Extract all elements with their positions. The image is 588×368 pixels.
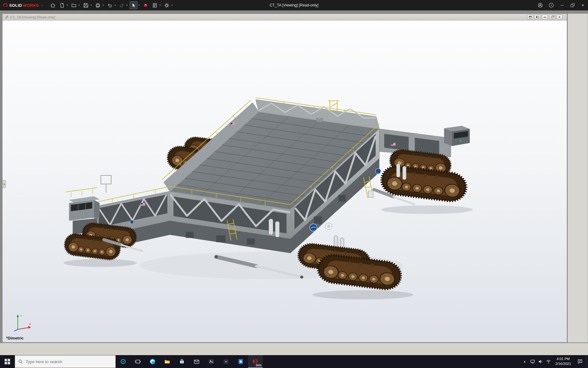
file-explorer-button[interactable] [160, 355, 175, 368]
task-pane-strip[interactable] [567, 13, 588, 343]
select-tool-dropdown[interactable]: ▾ [138, 4, 140, 6]
mail-icon [193, 358, 200, 365]
doc-window-button-2[interactable] [534, 15, 541, 19]
doc-window-button-1[interactable] [527, 15, 533, 19]
redo-icon [119, 3, 124, 8]
menu-expand-icon[interactable]: › [42, 3, 43, 7]
help-icon: ? [548, 2, 554, 8]
file-explorer-icon [164, 358, 171, 365]
properties-sheet-icon [152, 3, 157, 8]
feature-pane-collapse-tab[interactable]: ◂ [2, 180, 6, 188]
select-cursor-icon [131, 3, 136, 8]
display-tray-button[interactable] [529, 355, 537, 368]
task-view-button[interactable] [130, 355, 145, 368]
graphics-viewport[interactable]: Y X *Dimetric ◂ [2, 21, 567, 342]
ds-logo-icon [3, 3, 8, 8]
minimize-button[interactable] [557, 0, 567, 10]
document-window: CT_TA [Viewing] [Read-only] × [2, 13, 567, 343]
window-pane-icon [529, 16, 532, 18]
rear-right-truck [374, 149, 468, 204]
photos-icon [208, 358, 215, 365]
volume-tray-button[interactable] [537, 355, 545, 368]
xpress-products-button[interactable] [141, 1, 149, 9]
account-icon [537, 2, 543, 8]
quick-access-toolbar: ▾ ▾ ▾ ▾ [49, 1, 175, 9]
taskbar-search-input[interactable] [26, 359, 112, 364]
doc-close-button[interactable]: × [556, 15, 563, 19]
document-titlebar[interactable]: CT_TA [Viewing] [Read-only] × [2, 14, 567, 21]
document-window-controls: × [527, 15, 565, 19]
assembly-document-icon [4, 15, 9, 19]
edge-icon [149, 358, 156, 365]
redo-button[interactable] [118, 1, 126, 9]
undo-button[interactable] [106, 1, 114, 9]
solidworks-taskbar-button[interactable]: 2021 [248, 355, 263, 368]
doc-minimize-button[interactable] [542, 15, 548, 19]
doc-restore-icon [551, 16, 553, 18]
taskbar-search[interactable] [15, 355, 116, 368]
options-dropdown[interactable]: ▾ [171, 4, 173, 6]
windows-logo-icon [5, 359, 10, 364]
start-button[interactable] [0, 355, 15, 368]
windows-taskbar: 2021 ∧ 4:01 PM 2/16/2021 [0, 355, 588, 368]
clock-time: 4:01 PM [552, 357, 574, 362]
edge-button[interactable] [145, 355, 160, 368]
doc-close-icon: × [559, 16, 560, 19]
new-document-button[interactable] [58, 1, 66, 9]
doc-restore-button[interactable] [549, 15, 555, 19]
solidworks-logo[interactable]: SOLIDWORKS › [0, 3, 44, 8]
save-button[interactable] [82, 1, 90, 9]
cortana-button[interactable] [116, 355, 130, 368]
home-button[interactable] [49, 1, 57, 9]
print-dropdown[interactable]: ▾ [102, 4, 104, 6]
clock-date: 2/16/2021 [552, 362, 574, 366]
document-title: CT_TA [Viewing] [Read-only] [10, 15, 55, 19]
close-button[interactable]: × [578, 0, 588, 10]
file-properties-button[interactable] [151, 1, 159, 9]
brand-solid: SOLID [9, 3, 22, 8]
store-icon [179, 358, 185, 365]
open-folder-icon [71, 3, 77, 8]
svg-text:?: ? [550, 4, 552, 7]
select-tool-button[interactable] [130, 1, 138, 9]
taskbar-clock[interactable]: 4:01 PM 2/16/2021 [552, 357, 574, 366]
undo-dropdown[interactable]: ▾ [114, 4, 116, 6]
brand-works: WORKS [23, 3, 39, 8]
doc-minimize-icon [544, 17, 546, 17]
print-button[interactable] [94, 1, 102, 9]
redo-dropdown[interactable]: ▾ [126, 4, 128, 6]
restore-icon [571, 3, 575, 7]
show-desktop-button[interactable] [586, 355, 588, 368]
options-gear-icon [164, 3, 169, 8]
account-button[interactable] [535, 0, 546, 10]
new-document-dropdown[interactable]: ▾ [66, 4, 69, 6]
network-tray-button[interactable] [545, 355, 552, 368]
system-tray: ∧ 4:01 PM 2/16/2021 [521, 355, 588, 368]
display-icon [530, 359, 535, 364]
your-phone-button[interactable] [233, 355, 248, 368]
film-tv-button[interactable] [219, 355, 233, 368]
status-bar [0, 343, 588, 355]
restore-button[interactable] [567, 0, 578, 10]
action-center-icon [577, 359, 583, 364]
hidden-icons-button[interactable]: ∧ [521, 355, 529, 368]
help-button[interactable]: ? [546, 0, 557, 10]
window-title: CT_TA [Viewing] [Read-only] [270, 0, 318, 10]
action-center-button[interactable] [574, 355, 586, 368]
open-dropdown[interactable]: ▾ [78, 4, 81, 6]
cortana-icon [120, 358, 126, 365]
orientation-triad: Y X [11, 312, 33, 332]
save-icon [83, 3, 89, 8]
solidworks-year-badge: 2021 [256, 364, 262, 367]
open-button[interactable] [70, 1, 78, 9]
model-3d-crawler-transporter[interactable] [2, 21, 567, 342]
titlebar-right-controls: ? × [535, 0, 588, 10]
save-dropdown[interactable]: ▾ [90, 4, 92, 6]
store-button[interactable] [175, 355, 189, 368]
properties-dropdown[interactable]: ▾ [159, 4, 161, 6]
undo-icon [107, 3, 112, 8]
photos-button[interactable] [204, 355, 219, 368]
mail-button[interactable] [189, 355, 204, 368]
options-button[interactable] [163, 1, 171, 9]
xpress-red-icon [143, 3, 148, 8]
